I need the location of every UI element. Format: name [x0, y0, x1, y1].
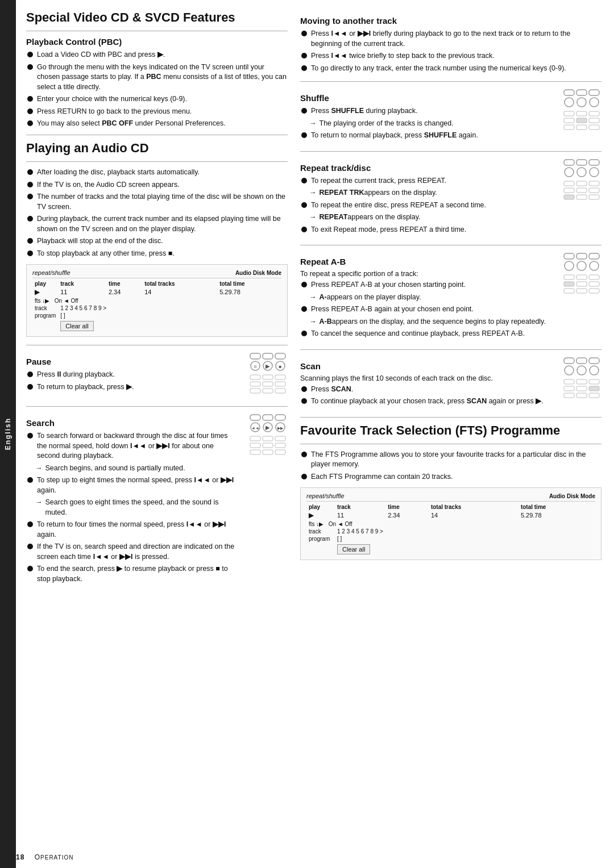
list-item: To stop playback at any other time, pres… [27, 249, 288, 259]
divider-repeat-ab [300, 245, 601, 245]
svg-point-70 [577, 261, 586, 270]
divider-scan [300, 349, 601, 350]
svg-rect-35 [275, 450, 285, 454]
scan-list: Press SCAN. To continue playback at your… [300, 385, 551, 407]
bullet-icon [301, 398, 307, 404]
svg-rect-12 [250, 382, 260, 386]
svg-rect-91 [576, 386, 587, 391]
svg-text:◄◄: ◄◄ [251, 426, 259, 430]
arrow-item: Search begins, and sound is partially mu… [27, 464, 238, 474]
svg-rect-38 [589, 90, 599, 95]
list-item: To cancel the sequence and continue play… [301, 329, 551, 339]
remote-shuffle-icon [563, 87, 601, 135]
svg-rect-89 [589, 379, 599, 384]
list-item: Press REPEAT A-B at your chosen starting… [301, 280, 551, 290]
svg-rect-14 [275, 382, 285, 386]
moving-track-section: Moving to another track Press I◄◄ or ▶▶I… [300, 16, 601, 73]
list-item: The number of tracks and the total playi… [27, 192, 288, 212]
bullet-icon [27, 544, 33, 549]
list-item: Press I◄◄ twice briefly to step back to … [301, 51, 601, 61]
svg-rect-88 [576, 379, 587, 384]
svg-rect-46 [576, 118, 587, 123]
bullet-icon [301, 386, 307, 392]
table-header-row: play track time total tracks total time [32, 280, 281, 287]
bullet-icon [301, 31, 307, 36]
bullet-icon [27, 96, 33, 102]
svg-rect-65 [589, 195, 599, 199]
bullet-icon [301, 65, 307, 71]
remote-pause-icon: II ▶ ■ [249, 351, 288, 398]
svg-text:II: II [254, 364, 256, 369]
svg-text:▶: ▶ [265, 363, 270, 369]
list-item: During playback, the current track numbe… [27, 214, 288, 234]
divider-3 [26, 161, 288, 162]
special-vcd-title: Special Video CD & SVCD Features [26, 10, 288, 25]
bullet-icon [301, 282, 307, 287]
list-item: To search forward or backward through th… [27, 431, 238, 461]
svg-rect-75 [564, 282, 574, 286]
repeat-ab-section: Repeat A-B To repeat a specific portion … [300, 251, 601, 341]
repeat-ab-remote-svg [563, 251, 601, 297]
pause-remote-svg: II ▶ ■ [249, 351, 288, 397]
svg-point-85 [577, 366, 586, 375]
list-item: To exit Repeat mode, press REPEAT a thir… [301, 225, 551, 235]
clear-all-row: Clear all [32, 319, 281, 332]
bullet-icon [27, 194, 33, 199]
svg-rect-83 [589, 358, 599, 364]
svg-rect-33 [250, 450, 260, 454]
repeat-track-heading: Repeat track/disc [300, 163, 551, 173]
remote-repeat-track-icon [563, 157, 601, 205]
list-item: Press RETURN to go back to the previous … [27, 107, 288, 117]
language-tab: English [0, 0, 16, 868]
list-item: Press SHUFFLE during playback. [301, 106, 551, 116]
bullet-icon [27, 521, 33, 527]
left-column: Special Video CD & SVCD Features Playbac… [26, 10, 288, 858]
arrow-item: Search goes to eight times the speed, an… [27, 498, 238, 518]
scan-section: Scan Scanning plays the first 10 seconds… [300, 356, 601, 409]
list-item: To end the search, press ▶ to resume pla… [27, 564, 238, 584]
search-list: To search forward or backward through th… [26, 431, 238, 584]
arrow-item: REPEAT appears on the display. [301, 212, 551, 223]
table-header-row: play track time total tracks total time [306, 503, 595, 511]
svg-rect-66 [564, 253, 574, 259]
svg-rect-94 [576, 393, 587, 398]
svg-rect-87 [564, 379, 574, 384]
svg-rect-47 [589, 118, 599, 123]
divider-2 [26, 135, 288, 135]
svg-rect-53 [589, 160, 599, 165]
arrow-item: A- appears on the player display. [301, 293, 551, 303]
svg-rect-61 [576, 188, 587, 193]
list-item: To continue playback at your chosen trac… [301, 397, 551, 407]
playing-audio-section: Playing an Audio CD After loading the di… [26, 141, 288, 337]
bullet-icon [27, 372, 33, 377]
svg-rect-90 [564, 386, 574, 391]
list-item: To repeat the entire disc, press REPEAT … [301, 201, 551, 211]
svg-point-54 [565, 168, 574, 177]
repeat-ab-intro: To repeat a specific portion of a track: [300, 270, 551, 278]
clear-all-button-1[interactable]: Clear all [60, 321, 93, 331]
repeat-track-list: To repeat the current track, press REPEA… [300, 176, 551, 235]
list-item: Go through the menu with the keys indica… [27, 62, 288, 93]
footer: 18 OPERATION [16, 853, 73, 861]
repeat-shuffle-label-2: repeat/shuffle [306, 493, 345, 499]
bullet-icon [27, 52, 33, 57]
bullet-icon [301, 331, 307, 336]
svg-rect-30 [250, 443, 260, 448]
table-data-row: ▶ 11 2.34 14 5.29.78 [32, 287, 281, 297]
right-column: Moving to another track Press I◄◄ or ▶▶I… [300, 10, 601, 858]
track-numbers-row: track 1 2 3 4 5 6 7 8 9 > [32, 304, 281, 312]
svg-rect-51 [564, 160, 574, 165]
svg-point-40 [577, 98, 586, 107]
scan-intro: Scanning plays the first 10 seconds of e… [300, 374, 551, 382]
clear-all-button-2[interactable]: Clear all [337, 544, 370, 554]
search-heading: Search [26, 418, 238, 428]
svg-point-41 [590, 98, 599, 107]
svg-rect-9 [250, 375, 260, 379]
svg-point-39 [565, 98, 574, 107]
repeat-track-section: Repeat track/disc To repeat the current … [300, 157, 601, 237]
bullet-icon [301, 178, 307, 183]
bullet-icon [27, 238, 33, 244]
svg-text:▶: ▶ [265, 424, 270, 431]
remote-search-icon: ◄◄ ▶ ▶▶ [249, 412, 288, 460]
svg-point-86 [590, 366, 599, 375]
